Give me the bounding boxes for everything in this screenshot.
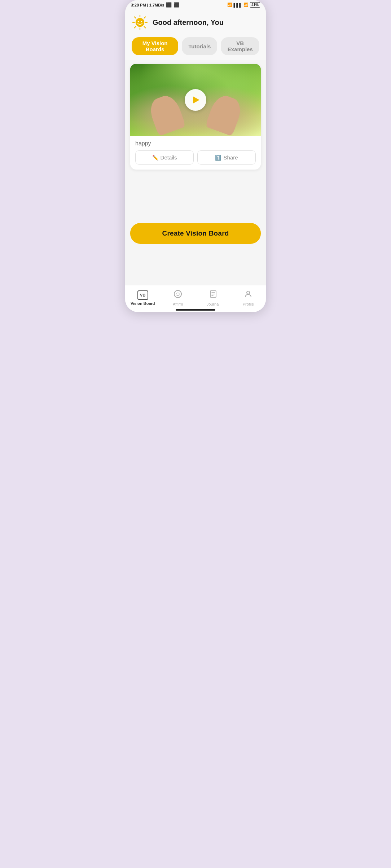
vb-card-body: happy ✏️ Details ⬆️ Share (130, 136, 261, 170)
nav-label-affirm: Affirm (173, 302, 183, 306)
journal-icon (209, 290, 218, 301)
create-btn-wrapper: Create Vision Board (125, 218, 266, 249)
screen-cast-icon: ⬛ (166, 2, 172, 8)
svg-point-8 (136, 18, 145, 27)
play-triangle-icon (193, 96, 199, 104)
pencil-icon: ✏️ (152, 155, 158, 161)
tab-vb-examples[interactable]: VB Examples (221, 37, 259, 55)
main-content: Good afternoon, You My Vision Boards Tut… (125, 9, 266, 312)
svg-line-7 (135, 27, 136, 28)
share-label: Share (223, 154, 238, 161)
nav-item-journal[interactable]: Journal (196, 288, 231, 308)
vision-board-icon: VB (137, 290, 148, 300)
nav-label-journal: Journal (207, 302, 220, 306)
phone-frame: 3:28 PM | 1.7MB/s ⬛ ⬛ 📶 ▌▌▌ 📶 41% (125, 0, 266, 312)
sun-icon (132, 14, 148, 31)
details-label: Details (161, 154, 177, 161)
vb-card-title: happy (135, 140, 256, 147)
svg-line-6 (144, 17, 146, 18)
svg-point-11 (174, 290, 181, 298)
battery-icon: 41% (250, 2, 260, 8)
greeting-text: Good afternoon, You (153, 18, 224, 27)
tab-pills: My Vision Boards Tutorials VB Examples (125, 34, 266, 60)
tab-my-vision-boards[interactable]: My Vision Boards (132, 37, 178, 55)
status-bar: 3:28 PM | 1.7MB/s ⬛ ⬛ 📶 ▌▌▌ 📶 41% (125, 0, 266, 9)
svg-point-16 (247, 291, 250, 294)
create-vision-board-button[interactable]: Create Vision Board (130, 223, 261, 244)
nav-label-vision-board: Vision Board (131, 301, 155, 306)
bottom-nav: VB Vision Board Affirm (125, 285, 266, 312)
status-right: 📶 ▌▌▌ 📶 41% (227, 2, 260, 8)
affirm-icon (173, 290, 182, 301)
vb-card-actions: ✏️ Details ⬆️ Share (135, 150, 256, 165)
svg-line-5 (144, 27, 146, 28)
profile-icon (244, 290, 252, 301)
play-button[interactable] (185, 89, 206, 111)
details-button[interactable]: ✏️ Details (135, 150, 194, 165)
vb-thumbnail[interactable] (130, 64, 261, 136)
svg-point-9 (138, 21, 139, 22)
nav-item-profile[interactable]: Profile (231, 288, 266, 308)
wifi-icon: 📶 (243, 3, 249, 7)
status-left: 3:28 PM | 1.7MB/s ⬛ ⬛ (131, 2, 179, 8)
status-time: 3:28 PM | 1.7MB/s (131, 3, 164, 7)
share-icon: ⬆️ (215, 155, 221, 161)
signal-icon: ▌▌▌ (234, 3, 242, 7)
svg-line-4 (135, 17, 136, 18)
nav-item-affirm[interactable]: Affirm (161, 288, 196, 308)
vision-board-card: happy ✏️ Details ⬆️ Share (130, 64, 261, 170)
home-indicator (176, 309, 215, 311)
bluetooth-icon: 📶 (227, 3, 232, 7)
tab-tutorials[interactable]: Tutorials (182, 37, 217, 55)
nav-item-vision-board[interactable]: VB Vision Board (125, 289, 161, 307)
content-spacer (125, 175, 266, 218)
message-icon: ⬛ (173, 2, 179, 8)
share-button[interactable]: ⬆️ Share (197, 150, 256, 165)
nav-label-profile: Profile (243, 302, 254, 306)
header: Good afternoon, You (125, 9, 266, 34)
svg-point-10 (141, 21, 142, 22)
